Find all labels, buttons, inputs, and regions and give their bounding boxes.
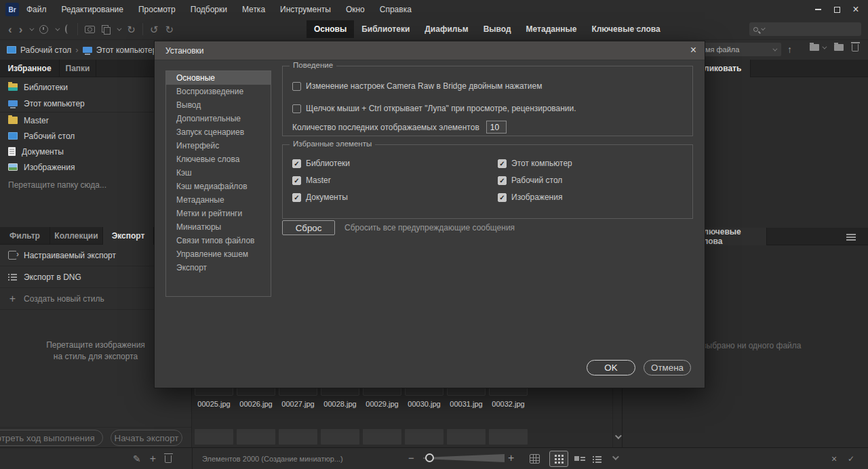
favorite-option[interactable]: Master <box>292 176 350 185</box>
menu-item[interactable]: Окно <box>338 0 372 19</box>
thumbnail-cell[interactable] <box>279 429 317 445</box>
thumbnail-cell[interactable] <box>447 429 486 445</box>
cancel-button[interactable]: Отмена <box>644 360 691 375</box>
dialog-nav-item[interactable]: Кэш медиафайлов <box>166 180 271 193</box>
dialog-nav-item[interactable]: Запуск сценариев <box>166 125 271 139</box>
sort-ascending-icon[interactable]: ↑ <box>787 44 792 55</box>
menu-item[interactable]: Редактирование <box>54 0 131 19</box>
tab-folders[interactable]: Папки <box>60 60 96 77</box>
forward-icon[interactable]: › <box>19 24 23 35</box>
dialog-nav-item[interactable]: Воспроизведение <box>166 85 271 98</box>
minimize-button[interactable] <box>808 0 827 19</box>
grid-lines-icon[interactable] <box>530 454 540 464</box>
behavior-option[interactable]: Щелчок мыши + Ctrl открывает "Лупа" при … <box>292 104 576 113</box>
checkbox[interactable] <box>292 82 301 91</box>
dialog-titlebar[interactable]: Установки <box>155 41 705 60</box>
dialog-nav-item[interactable]: Метки и рейтинги <box>166 207 271 220</box>
start-export-button[interactable]: Начать экспорт <box>111 430 182 446</box>
edit-pencil-icon[interactable] <box>133 453 141 464</box>
workspace-tab[interactable]: Диафильм <box>417 20 475 38</box>
trash-icon[interactable] <box>852 44 859 52</box>
thumbnail-cell[interactable] <box>237 429 275 445</box>
recent-items-input[interactable] <box>486 121 507 134</box>
zoom-out-icon[interactable]: − <box>408 452 414 464</box>
thumbnail-cell[interactable] <box>195 429 233 445</box>
menu-item[interactable]: Просмотр <box>131 0 183 19</box>
close-x-icon[interactable] <box>831 453 837 464</box>
checkbox[interactable] <box>292 193 301 202</box>
dialog-nav-item[interactable]: Экспорт <box>166 261 271 274</box>
reset-button[interactable]: Сброс <box>282 220 335 235</box>
dialog-nav-item[interactable]: Миниатюры <box>166 220 271 234</box>
checkbox[interactable] <box>292 159 301 168</box>
dialog-nav-item[interactable]: Основные <box>166 71 271 85</box>
sync-icon[interactable]: ↻ <box>127 24 136 35</box>
close-button[interactable] <box>846 0 865 19</box>
view-progress-button[interactable]: Просмотреть ход выполнения <box>0 430 103 446</box>
tab-export[interactable]: Экспорт <box>103 227 154 245</box>
menu-item[interactable]: Файл <box>19 0 54 19</box>
favorite-option[interactable]: Рабочий стол <box>498 176 572 185</box>
zoom-slider-knob[interactable] <box>425 453 434 462</box>
dialog-close-icon[interactable] <box>690 44 696 56</box>
back-icon[interactable]: ‹ <box>8 24 12 35</box>
behavior-option[interactable]: Изменение настроек Camera Raw в Bridge д… <box>292 81 542 91</box>
dialog-nav-item[interactable]: Связи типов файлов <box>166 234 271 247</box>
panel-menu-icon[interactable] <box>846 234 856 235</box>
maximize-button[interactable] <box>827 0 846 19</box>
sort-select[interactable]: Имя файла <box>694 43 781 56</box>
collapse-chevron-icon[interactable] <box>612 453 619 460</box>
chevron-down-icon[interactable] <box>117 26 122 30</box>
folder-history-icon[interactable] <box>810 44 825 51</box>
dialog-nav-item[interactable]: Метаданные <box>166 193 271 207</box>
list-view-button[interactable] <box>587 451 606 467</box>
thumbnail-grid-view-button[interactable] <box>549 451 568 467</box>
thumbnail-cell[interactable] <box>321 429 359 445</box>
checkbox[interactable] <box>292 176 301 185</box>
chevron-down-icon[interactable] <box>56 26 60 30</box>
dialog-nav-item[interactable]: Вывод <box>166 98 271 112</box>
menu-item[interactable]: Метка <box>235 0 273 19</box>
dialog-nav-item[interactable]: Управление кэшем <box>166 247 271 261</box>
tab-filter[interactable]: Фильтр <box>0 227 50 245</box>
chevron-down-icon[interactable] <box>30 26 35 30</box>
dialog-nav-item[interactable]: Кэш <box>166 166 271 180</box>
favorite-option[interactable]: Этот компьютер <box>498 159 572 168</box>
dialog-nav-item[interactable]: Дополнительные <box>166 112 271 125</box>
checkbox[interactable] <box>498 176 507 185</box>
undo-icon[interactable]: ↺ <box>150 24 159 35</box>
breadcrumb-item[interactable]: Рабочий стол <box>7 45 79 55</box>
search-scope-chevron-icon[interactable] <box>761 26 766 30</box>
new-folder-icon[interactable] <box>834 44 844 51</box>
workspace-tab[interactable]: Основы <box>307 20 354 38</box>
favorite-option[interactable]: Библиотеки <box>292 159 350 168</box>
add-plus-icon[interactable] <box>150 453 156 465</box>
search-input[interactable] <box>766 25 857 33</box>
thumbnail-cell[interactable] <box>405 429 443 445</box>
thumbnail-cell[interactable] <box>489 429 528 445</box>
trash-icon[interactable] <box>165 455 172 463</box>
copy-stack-icon[interactable] <box>102 25 110 33</box>
history-clock-icon[interactable] <box>39 25 48 34</box>
boomerang-icon[interactable] <box>65 24 71 34</box>
menu-item[interactable]: Справка <box>372 0 419 19</box>
thumbnail-cell[interactable] <box>363 429 401 445</box>
checkbox[interactable] <box>498 193 507 202</box>
tab-favorites[interactable]: Избранное <box>0 60 60 77</box>
ok-button[interactable]: OK <box>587 360 635 375</box>
checkbox[interactable] <box>292 104 301 113</box>
workspace-tab[interactable]: Ключевые слова <box>584 20 667 38</box>
dialog-nav-item[interactable]: Ключевые слова <box>166 152 271 166</box>
dialog-nav-item[interactable]: Интерфейс <box>166 139 271 152</box>
camera-import-icon[interactable] <box>85 26 95 33</box>
menu-item[interactable]: Подборки <box>183 0 235 19</box>
redo-icon[interactable]: ↻ <box>165 24 174 35</box>
breadcrumb-item[interactable]: Этот компьютер <box>83 45 164 55</box>
workspace-tab[interactable]: Метаданные <box>519 20 585 38</box>
details-view-button[interactable] <box>570 451 589 467</box>
workspace-tab[interactable]: Библиотеки <box>354 20 417 38</box>
menu-item[interactable]: Инструменты <box>273 0 338 19</box>
tab-collections[interactable]: Коллекции <box>50 227 103 245</box>
scroll-down-icon[interactable] <box>615 432 622 439</box>
favorite-option[interactable]: Изображения <box>498 192 572 202</box>
